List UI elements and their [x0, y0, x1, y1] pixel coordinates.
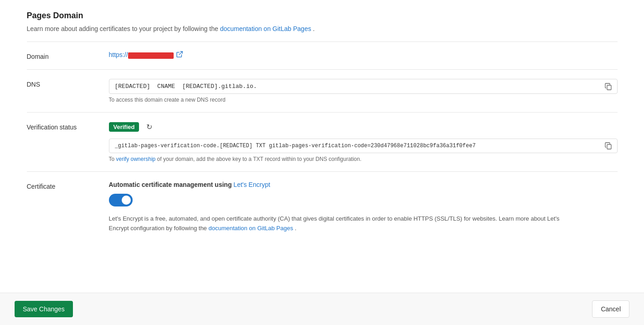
dns-input-wrapper	[109, 79, 618, 94]
dns-hint: To access this domain create a new DNS r…	[109, 97, 618, 103]
cert-title: Automatic certificate management using L…	[109, 181, 618, 188]
toggle-slider	[109, 194, 133, 206]
intro-text: Learn more about adding certificates to …	[27, 25, 618, 32]
verification-hint: To verify ownership of your domain, add …	[109, 156, 618, 162]
gitlab-pages-docs-link[interactable]: documentation on GitLab Pages	[220, 25, 311, 32]
verification-header: Verified ↻	[109, 122, 618, 132]
cert-docs-link[interactable]: documentation on GitLab Pages	[208, 225, 293, 232]
dns-copy-button[interactable]	[603, 81, 614, 92]
certificate-label: Certificate	[27, 181, 109, 190]
refresh-verification-button[interactable]: ↻	[144, 122, 155, 132]
toggle-wrapper: ✓	[109, 194, 618, 208]
dns-content: To access this domain create a new DNS r…	[109, 79, 618, 103]
verification-label: Verification status	[27, 122, 109, 131]
verification-input[interactable]	[109, 139, 618, 153]
dns-label: DNS	[27, 79, 109, 88]
domain-content: https://	[109, 51, 618, 59]
certificate-row: Certificate Automatic certificate manage…	[27, 172, 618, 242]
domain-redacted: https://	[109, 51, 174, 58]
lets-encrypt-toggle[interactable]: ✓	[109, 194, 133, 206]
refresh-icon: ↻	[146, 123, 152, 131]
domain-link[interactable]: https://	[109, 51, 183, 59]
certificate-content: Automatic certificate management using L…	[109, 181, 618, 233]
page-title: Pages Domain	[27, 11, 618, 21]
verification-row: Verification status Verified ↻	[27, 113, 618, 172]
verification-content: Verified ↻ To verify	[109, 122, 618, 162]
cert-description: Let's Encrypt is a free, automated, and …	[109, 214, 565, 233]
lets-encrypt-link[interactable]: Let's Encrypt	[233, 181, 270, 188]
svg-rect-1	[607, 144, 611, 149]
domain-label: Domain	[27, 51, 109, 60]
dns-row: DNS To access this domain create a new D…	[27, 70, 618, 113]
svg-rect-0	[607, 85, 611, 90]
dns-input[interactable]	[109, 79, 618, 94]
verification-copy-button[interactable]	[603, 140, 614, 151]
verified-badge: Verified	[109, 122, 139, 132]
domain-row: Domain https://	[27, 42, 618, 70]
verify-ownership-link[interactable]: verify ownership	[116, 156, 156, 162]
external-link-icon	[176, 51, 183, 59]
verification-input-wrapper	[109, 139, 618, 153]
